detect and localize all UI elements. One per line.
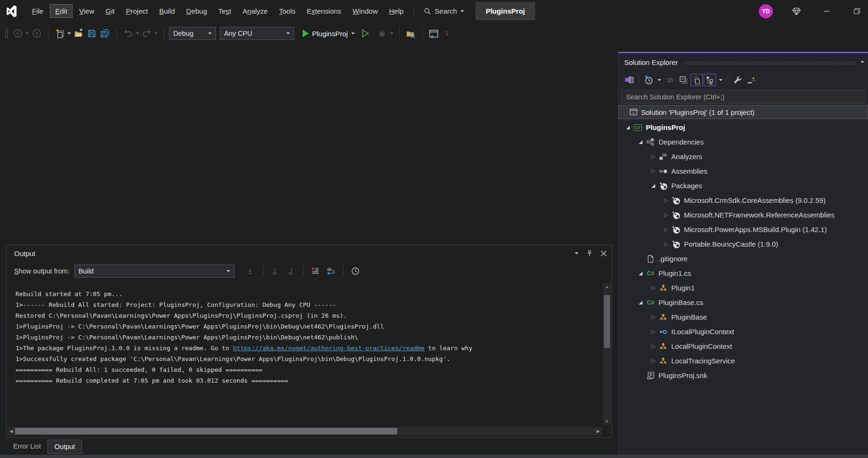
tree-item-localplugincontext[interactable]: ▷LocalPluginContext	[619, 339, 868, 354]
filter-caret-icon[interactable]	[658, 79, 661, 81]
tree-item-analyzers[interactable]: ▷iAnalyzers	[619, 149, 868, 164]
pin-icon[interactable]	[586, 250, 593, 257]
expander-collapsed-icon[interactable]: ▷	[649, 314, 658, 320]
output-link[interactable]: https://aka.ms/nuget/authoring-best-prac…	[233, 345, 425, 352]
bottom-tab-error-list[interactable]: Error List	[7, 440, 48, 453]
scroll-up-icon[interactable]: ▲	[603, 283, 611, 290]
account-avatar[interactable]: YD	[759, 4, 773, 18]
feedback-gem-icon[interactable]	[790, 5, 803, 18]
panel-options-caret-icon[interactable]	[860, 61, 864, 63]
expander-collapsed-icon[interactable]: ▷	[661, 226, 671, 233]
tree-item-ilocalplugincontext[interactable]: ▷ILocalPluginContext	[619, 324, 868, 339]
hot-reload-caret-icon[interactable]	[390, 32, 394, 34]
tree-item-microsoft.netframework.referenceassemblies[interactable]: ▷Microsoft.NETFramework.ReferenceAssembl…	[619, 208, 868, 222]
navigation-history-caret-icon[interactable]	[25, 32, 29, 34]
expander-collapsed-icon[interactable]: ▷	[649, 343, 658, 349]
start-without-debugging-button[interactable]	[359, 27, 372, 40]
timestamp-button[interactable]	[349, 265, 362, 278]
collapse-all-button[interactable]	[677, 74, 690, 86]
next-message-button[interactable]	[285, 265, 298, 278]
menu-tools[interactable]: Tools	[274, 5, 300, 17]
scroll-left-icon[interactable]: ◀	[8, 427, 15, 435]
horizontal-scroll-thumb[interactable]	[15, 428, 397, 434]
tree-item-pluginsproj.snk[interactable]: PluginsProj.snk	[619, 368, 868, 383]
sync-with-active-document-button[interactable]	[664, 74, 676, 86]
configuration-dropdown[interactable]: Debug	[169, 27, 216, 40]
expander-collapsed-icon[interactable]: ▷	[661, 241, 671, 247]
expander-expanded-icon[interactable]	[636, 272, 645, 275]
output-horizontal-scrollbar[interactable]: ◀ ▶	[8, 427, 602, 435]
tree-item-pluginbase.cs[interactable]: C#PluginBase.cs	[619, 295, 868, 310]
build-output-log[interactable]: Rebuild started at 7:05 pm...1>------ Re…	[7, 283, 603, 425]
restore-button[interactable]	[850, 5, 863, 18]
save-button[interactable]	[85, 27, 98, 40]
tree-item-assemblies[interactable]: ▷Assemblies	[619, 164, 868, 178]
window-position-caret-icon[interactable]	[575, 252, 579, 254]
tree-item-plugin1[interactable]: ▷Plugin1	[619, 281, 868, 295]
toolbar-overflow-button[interactable]	[441, 27, 454, 40]
menu-view[interactable]: View	[74, 5, 99, 17]
expander-expanded-icon[interactable]	[649, 184, 658, 188]
expander-collapsed-icon[interactable]: ▷	[661, 197, 671, 203]
scroll-down-icon[interactable]: ▼	[603, 418, 611, 425]
web-browser-button[interactable]	[427, 27, 441, 40]
bottom-tab-output[interactable]: Output	[48, 440, 82, 454]
expander-expanded-icon[interactable]	[623, 126, 633, 129]
tree-item-plugin1.cs[interactable]: C#Plugin1.cs	[619, 266, 868, 281]
start-debugging-button[interactable]: PluginsProj	[299, 26, 359, 40]
pending-changes-filter-button[interactable]	[643, 74, 655, 86]
solution-explorer-titlebar[interactable]: Solution Explorer	[619, 53, 868, 71]
menu-edit[interactable]: Edit	[50, 4, 72, 18]
close-icon[interactable]	[601, 250, 607, 257]
menu-project[interactable]: Project	[121, 5, 153, 17]
word-wrap-button[interactable]: ab	[325, 265, 338, 278]
solution-explorer-search-input[interactable]	[621, 90, 866, 104]
expander-collapsed-icon[interactable]: ▷	[649, 153, 658, 160]
scroll-right-icon[interactable]: ▶	[595, 427, 602, 435]
expander-expanded-icon[interactable]	[636, 140, 645, 144]
output-panel-header[interactable]: Output	[7, 245, 611, 261]
preview-selected-items-button[interactable]	[745, 74, 757, 86]
find-in-files-button[interactable]	[404, 27, 418, 40]
tree-item-packages[interactable]: Packages	[619, 178, 868, 193]
expander-collapsed-icon[interactable]: ▷	[649, 285, 658, 291]
hot-reload-button[interactable]	[376, 27, 389, 40]
tree-item-microsoft.powerapps.msbuild.plugin-1.42.1-[interactable]: ▷Microsoft.PowerApps.MSBuild.Plugin (1.4…	[619, 222, 868, 237]
menu-build[interactable]: Build	[154, 5, 179, 17]
tree-item-pluginsproj[interactable]: C#PluginsProj	[619, 120, 868, 135]
menu-git[interactable]: Git	[101, 5, 119, 17]
expander-collapsed-icon[interactable]: ▷	[649, 358, 658, 364]
previous-message-button[interactable]	[269, 265, 282, 278]
clear-all-button[interactable]	[309, 265, 322, 278]
menu-analyze[interactable]: Analyze	[238, 5, 272, 17]
titlebar-search[interactable]: Search	[419, 5, 469, 17]
switch-views-button[interactable]	[623, 74, 635, 86]
goto-message-button[interactable]	[245, 265, 258, 278]
output-vertical-scrollbar[interactable]: ▲ ▼	[603, 283, 611, 425]
tree-item-microsoft.crmsdk.coreassemblies-9.0.2.59-[interactable]: ▷Microsoft.CrmSdk.CoreAssemblies (9.0.2.…	[619, 193, 868, 208]
tree-item-portable.bouncycastle-1.9.0-[interactable]: ▷Portable.BouncyCastle (1.9.0)	[619, 237, 868, 251]
menu-test[interactable]: Test	[214, 5, 236, 17]
menu-help[interactable]: Help	[384, 5, 408, 17]
menu-debug[interactable]: Debug	[182, 5, 212, 17]
navigate-back-button[interactable]	[11, 27, 24, 40]
menu-extensions[interactable]: Extensions	[302, 5, 346, 17]
new-project-button[interactable]	[53, 27, 66, 40]
expander-collapsed-icon[interactable]: ▷	[649, 168, 658, 174]
expander-expanded-icon[interactable]	[636, 301, 645, 305]
menu-window[interactable]: Window	[348, 5, 382, 17]
navigate-forward-button[interactable]	[30, 27, 43, 40]
tree-view-button[interactable]	[704, 74, 716, 86]
platform-dropdown[interactable]: Any CPU	[220, 27, 294, 40]
tree-item-localtracingservice[interactable]: ▷LocalTracingService	[619, 354, 868, 368]
expander-collapsed-icon[interactable]: ▷	[661, 212, 671, 218]
menu-file[interactable]: File	[27, 5, 48, 17]
save-all-button[interactable]	[98, 27, 112, 40]
tree-view-caret-icon[interactable]	[719, 79, 723, 81]
open-folder-button[interactable]	[72, 27, 85, 40]
redo-button[interactable]	[140, 27, 153, 40]
tree-item-.gitignore[interactable]: .gitignore	[619, 251, 868, 266]
properties-wrench-button[interactable]	[731, 74, 744, 86]
toolbar-grip[interactable]	[5, 27, 8, 40]
minimize-button[interactable]	[820, 5, 833, 18]
